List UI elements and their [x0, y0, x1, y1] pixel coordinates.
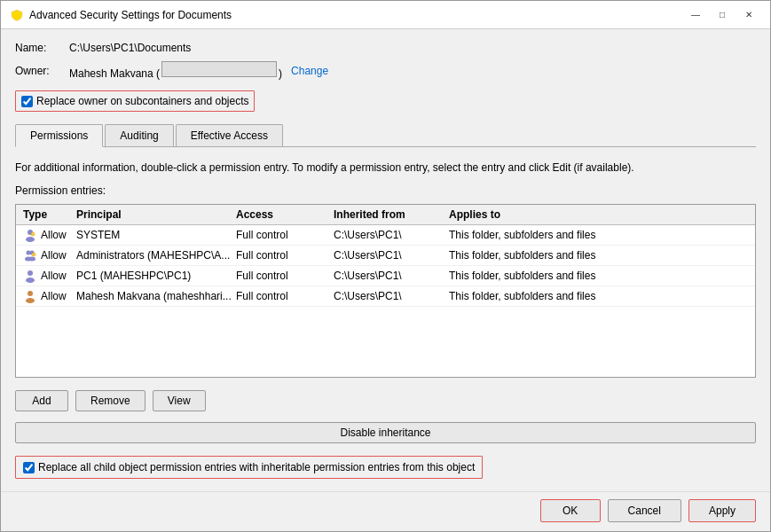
footer: OK Cancel Apply [1, 491, 770, 531]
name-value: C:\Users\PC1\Documents [69, 42, 191, 54]
replace-owner-checkbox[interactable] [21, 96, 33, 107]
row-inherited-3: C:\Users\PC1\ [332, 289, 447, 303]
owner-name: Mahesh Makvana () [69, 61, 282, 80]
cancel-button[interactable]: Cancel [608, 499, 681, 522]
svg-point-10 [28, 291, 33, 296]
row-access-1: Full control [234, 248, 332, 262]
ok-button[interactable]: OK [540, 499, 601, 522]
svg-point-6 [28, 257, 35, 262]
shield-icon [10, 8, 24, 22]
view-button[interactable]: View [153, 390, 206, 411]
col-type: Type [21, 207, 75, 222]
permissions-table: Type Principal Access Inherited from App… [15, 204, 756, 378]
change-link[interactable]: Change [291, 65, 328, 77]
row-applies-3: This folder, subfolders and files [447, 289, 750, 303]
title-controls: — □ ✕ [683, 6, 761, 24]
dialog-content: Name: C:\Users\PC1\Documents Owner: Mahe… [1, 29, 770, 491]
replace-owner-label: Replace owner on subcontainers and objec… [36, 95, 248, 107]
remove-button[interactable]: Remove [75, 390, 146, 411]
replace-all-checkbox[interactable] [23, 462, 35, 473]
window-title: Advanced Security Settings for Documents [29, 9, 232, 21]
name-row: Name: C:\Users\PC1\Documents [15, 42, 756, 54]
add-button[interactable]: Add [15, 390, 68, 411]
tab-bar: Permissions Auditing Effective Access [15, 124, 756, 147]
minimize-button[interactable]: — [683, 6, 708, 24]
disable-inheritance-button[interactable]: Disable inheritance [15, 422, 756, 443]
row-access-0: Full control [234, 228, 332, 242]
col-principal: Principal [75, 207, 234, 222]
row-principal-3: Mahesh Makvana (maheshhari... [75, 289, 234, 303]
maximize-button[interactable]: □ [710, 6, 735, 24]
row-principal-1: Administrators (MAHESHPC\A... [75, 248, 234, 262]
replace-owner-row: Replace owner on subcontainers and objec… [15, 90, 255, 112]
row-type-2: Allow [21, 268, 75, 284]
svg-point-8 [28, 270, 33, 276]
action-buttons: Add Remove View [15, 390, 756, 411]
close-button[interactable]: ✕ [736, 6, 761, 24]
title-bar-left: Advanced Security Settings for Documents [10, 8, 232, 22]
owner-box [161, 61, 277, 77]
col-access: Access [234, 207, 332, 222]
apply-button[interactable]: Apply [688, 499, 756, 522]
row-applies-1: This folder, subfolders and files [447, 248, 750, 262]
col-inherited: Inherited from [332, 207, 447, 222]
title-bar: Advanced Security Settings for Documents… [1, 1, 770, 29]
table-row[interactable]: Allow Administrators (MAHESHPC\A... Full… [16, 246, 755, 266]
svg-point-9 [26, 278, 35, 283]
tab-effective-access[interactable]: Effective Access [176, 124, 283, 146]
tab-auditing[interactable]: Auditing [105, 124, 173, 146]
tab-permissions[interactable]: Permissions [15, 124, 103, 147]
svg-point-2 [31, 232, 35, 236]
row-applies-0: This folder, subfolders and files [447, 228, 750, 242]
table-row[interactable]: Allow Mahesh Makvana (maheshhari... Full… [16, 286, 755, 307]
row-applies-2: This folder, subfolders and files [447, 269, 750, 283]
row-access-2: Full control [234, 269, 332, 283]
table-header: Type Principal Access Inherited from App… [16, 205, 755, 225]
table-row[interactable]: Allow SYSTEM Full control C:\Users\PC1\ … [16, 225, 755, 246]
owner-label: Owner: [15, 65, 64, 77]
table-row[interactable]: Allow PC1 (MAHESHPC\PC1) Full control C:… [16, 266, 755, 286]
replace-all-label: Replace all child object permission entr… [38, 461, 475, 473]
name-label: Name: [15, 42, 64, 54]
row-type-3: Allow [21, 288, 75, 304]
svg-point-11 [26, 298, 35, 303]
info-text: For additional information, double-click… [15, 161, 756, 174]
owner-row: Owner: Mahesh Makvana () Change [15, 61, 756, 80]
row-principal-0: SYSTEM [75, 228, 234, 242]
main-window: Advanced Security Settings for Documents… [0, 0, 771, 532]
col-applies: Applies to [447, 207, 750, 222]
replace-all-row: Replace all child object permission entr… [15, 456, 483, 479]
row-principal-2: PC1 (MAHESHPC\PC1) [75, 269, 234, 283]
row-type-1: Allow [21, 247, 75, 263]
row-inherited-2: C:\Users\PC1\ [332, 269, 447, 283]
row-inherited-1: C:\Users\PC1\ [332, 248, 447, 262]
row-inherited-0: C:\Users\PC1\ [332, 228, 447, 242]
svg-point-7 [32, 253, 35, 256]
section-label: Permission entries: [15, 184, 756, 197]
row-type-0: Allow [21, 227, 75, 243]
svg-point-1 [26, 237, 35, 242]
row-access-3: Full control [234, 289, 332, 303]
